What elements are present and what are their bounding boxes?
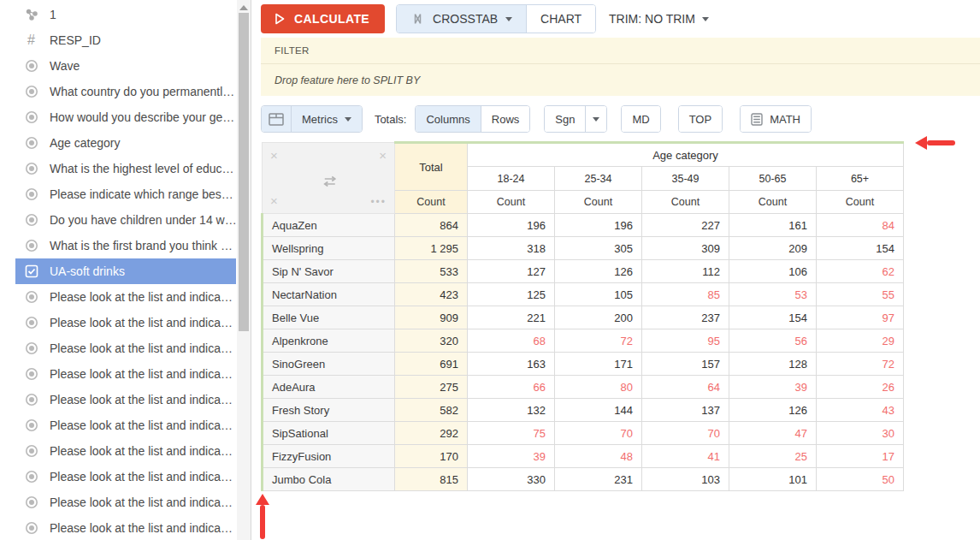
data-cell: 309 xyxy=(642,237,729,260)
split-by-dropzone[interactable]: Drop feature here to SPLIT BY xyxy=(261,64,980,96)
filter-dropzone[interactable]: FILTER xyxy=(261,38,980,64)
row-label[interactable]: NectarNation xyxy=(263,283,395,306)
clear-columns-icon[interactable]: × xyxy=(379,149,387,162)
sidebar-item[interactable]: What is the highest level of educ… xyxy=(15,156,236,181)
scrollbar-thumb[interactable] xyxy=(239,13,249,331)
clear-rows-icon[interactable]: × xyxy=(270,149,278,162)
calculate-label: CALCULATE xyxy=(294,12,369,26)
age-column-header[interactable]: 65+ xyxy=(817,167,904,191)
totals-columns-toggle[interactable]: Columns xyxy=(416,106,480,132)
sidebar-item-label: Do you have children under 14 w… xyxy=(50,213,236,227)
swap-axes-icon[interactable] xyxy=(321,175,339,190)
sidebar-item[interactable]: Please look at the list and indica… xyxy=(15,464,236,490)
sgn-dropdown[interactable] xyxy=(585,106,606,132)
totals-rows-toggle[interactable]: Rows xyxy=(481,106,530,132)
chart-label: CHART xyxy=(540,12,582,26)
sidebar-item[interactable]: What country do you permanentl… xyxy=(15,79,236,104)
radio-icon xyxy=(24,110,38,124)
sidebar-item[interactable]: Please look at the list and indica… xyxy=(15,515,236,540)
sidebar-item[interactable]: Do you have children under 14 w… xyxy=(15,207,236,233)
row-label[interactable]: AquaZen xyxy=(263,214,395,237)
row-label[interactable]: Belle Vue xyxy=(263,306,395,329)
clear-metric-icon[interactable]: × xyxy=(270,194,278,207)
total-column-header[interactable]: Total xyxy=(395,143,468,191)
sidebar-item[interactable]: Wave xyxy=(15,53,236,79)
row-label[interactable]: Alpenkrone xyxy=(263,329,395,353)
total-cell: 909 xyxy=(395,306,468,329)
data-cell: 137 xyxy=(642,399,729,422)
sidebar-item[interactable]: UA-soft drinks xyxy=(15,258,236,284)
sidebar-item[interactable]: 1 xyxy=(15,2,236,27)
metrics-dropdown[interactable]: Metrics xyxy=(291,106,362,132)
data-cell: 209 xyxy=(729,237,817,260)
sidebar-item[interactable]: How would you describe your ge… xyxy=(15,104,236,130)
sidebar-item[interactable]: #RESP_ID xyxy=(15,27,236,53)
crosstab-tab[interactable]: CROSSTAB xyxy=(397,5,527,33)
sidebar-item[interactable]: What is the first brand you think … xyxy=(15,233,236,258)
row-label[interactable]: Sip N' Savor xyxy=(263,260,395,283)
row-label[interactable]: SinoGreen xyxy=(263,353,395,376)
totals-label: Totals: xyxy=(375,113,407,126)
table-layout-button[interactable] xyxy=(262,106,291,132)
table-row: Jumbo Cola81533023110310150 xyxy=(263,468,904,491)
sgn-split-button: Sgn xyxy=(544,105,607,133)
table-layout-icon xyxy=(269,113,284,126)
row-label[interactable]: Fresh Story xyxy=(263,399,395,422)
sidebar-item[interactable]: Please look at the list and indica… xyxy=(15,284,236,310)
sidebar-item-label: Please look at the list and indica… xyxy=(50,470,233,484)
data-cell: 30 xyxy=(817,422,904,445)
scroll-up-icon[interactable] xyxy=(239,5,248,10)
math-button[interactable]: MATH xyxy=(741,106,811,132)
age-column-header[interactable]: 50-65 xyxy=(729,167,817,191)
sidebar-item[interactable]: Age category xyxy=(15,130,236,156)
total-cell: 1 295 xyxy=(395,237,468,260)
sgn-button[interactable]: Sgn xyxy=(545,106,585,132)
more-options-icon[interactable]: ••• xyxy=(370,196,387,208)
data-cell: 97 xyxy=(817,306,904,329)
trim-label: TRIM: NO TRIM xyxy=(609,12,695,26)
row-label[interactable]: FizzyFusion xyxy=(263,445,395,468)
row-label[interactable]: Wellspring xyxy=(263,237,395,260)
view-switch: CROSSTAB CHART xyxy=(396,4,596,33)
sidebar-item[interactable]: Please indicate which range bes… xyxy=(15,181,236,207)
trim-dropdown[interactable]: TRIM: NO TRIM xyxy=(609,12,709,26)
data-cell: 132 xyxy=(468,399,555,422)
data-cell: 305 xyxy=(555,237,642,260)
row-label[interactable]: Jumbo Cola xyxy=(263,468,395,491)
dropzones: FILTER Drop feature here to SPLIT BY xyxy=(261,38,980,96)
table-row: FizzyFusion1703948412517 xyxy=(263,445,904,468)
split-group-header[interactable]: Age category xyxy=(468,143,904,167)
sidebar-item[interactable]: Please look at the list and indica… xyxy=(15,361,236,387)
top-group: TOP xyxy=(678,105,723,133)
row-label[interactable]: SipSational xyxy=(263,422,395,445)
data-cell: 196 xyxy=(468,214,555,237)
sidebar-scrollbar[interactable] xyxy=(237,0,251,540)
data-cell: 161 xyxy=(729,214,817,237)
sidebar-item-label: What is the highest level of educ… xyxy=(50,162,234,175)
row-label[interactable]: AdeAura xyxy=(263,376,395,399)
sidebar-item[interactable]: Please look at the list and indica… xyxy=(15,335,236,361)
table-row: AquaZen86419619622716184 xyxy=(263,214,904,237)
top-button[interactable]: TOP xyxy=(679,106,723,132)
table-row: Wellspring1 295318305309209154 xyxy=(263,237,904,260)
table-corner-cell: × × × ••• xyxy=(263,143,395,214)
md-button[interactable]: MD xyxy=(622,106,659,132)
sidebar-item[interactable]: Please look at the list and indica… xyxy=(15,310,236,335)
metric-header: Count xyxy=(817,191,904,214)
age-column-header[interactable]: 18-24 xyxy=(468,167,555,191)
sidebar-item[interactable]: Please look at the list and indica… xyxy=(15,438,236,464)
sidebar-item-label: Please look at the list and indica… xyxy=(50,444,233,458)
data-cell: 70 xyxy=(555,422,642,445)
radio-icon xyxy=(24,521,38,535)
chevron-down-icon xyxy=(345,117,351,122)
metric-header: Count xyxy=(642,191,729,214)
age-column-header[interactable]: 35-49 xyxy=(642,167,729,191)
table-row: SipSational2927570704730 xyxy=(263,422,904,445)
table-row: AdeAura2756680643926 xyxy=(263,376,904,399)
sidebar-item[interactable]: Please look at the list and indica… xyxy=(15,490,236,515)
chart-tab[interactable]: CHART xyxy=(527,5,595,33)
age-column-header[interactable]: 25-34 xyxy=(555,167,642,191)
calculate-button[interactable]: CALCULATE xyxy=(261,4,385,33)
sidebar-item[interactable]: Please look at the list and indica… xyxy=(15,412,236,438)
sidebar-item[interactable]: Please look at the list and indica… xyxy=(15,387,236,412)
